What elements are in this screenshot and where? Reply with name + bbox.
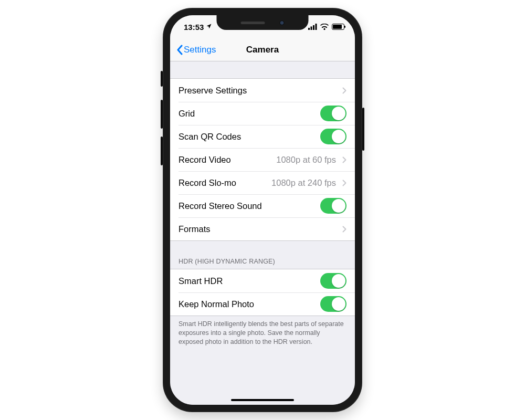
row-scan-qr-codes[interactable]: Scan QR Codes (170, 125, 355, 148)
row-label: Record Slo-mo (178, 178, 236, 188)
row-value: 1080p at 240 fps (271, 178, 339, 188)
toggle-smart-hdr[interactable] (320, 273, 346, 289)
row-record-slo-mo[interactable]: Record Slo-mo 1080p at 240 fps (170, 171, 355, 194)
row-label: Formats (178, 224, 211, 234)
svg-rect-1 (311, 27, 312, 30)
row-label: Record Video (178, 155, 231, 165)
row-grid[interactable]: Grid (170, 102, 355, 125)
row-record-video[interactable]: Record Video 1080p at 60 fps (170, 148, 355, 171)
row-record-stereo-sound[interactable]: Record Stereo Sound (170, 194, 355, 217)
chevron-right-icon (342, 180, 346, 186)
chevron-right-icon (342, 87, 346, 94)
svg-rect-2 (313, 25, 314, 30)
row-label: Keep Normal Photo (178, 299, 254, 309)
cellular-icon (308, 24, 317, 30)
row-value: 1080p at 60 fps (276, 155, 339, 165)
location-arrow-icon (206, 23, 212, 31)
settings-content[interactable]: Preserve Settings Grid Scan QR Codes (170, 61, 355, 405)
navigation-bar: Settings Camera (170, 38, 355, 61)
svg-rect-3 (316, 24, 317, 30)
row-label: Grid (178, 109, 195, 119)
row-label: Preserve Settings (178, 86, 247, 96)
page-title: Camera (246, 45, 279, 55)
chevron-right-icon (342, 156, 346, 163)
svg-rect-0 (308, 28, 310, 30)
row-keep-normal-photo[interactable]: Keep Normal Photo (170, 292, 355, 316)
back-button[interactable]: Settings (173, 38, 219, 61)
chevron-left-icon (176, 45, 183, 55)
toggle-record-stereo-sound[interactable] (320, 198, 346, 214)
row-label: Smart HDR (178, 276, 223, 286)
row-formats[interactable]: Formats (170, 217, 355, 240)
section-header-hdr: HDR (HIGH DYNAMIC RANGE) (170, 258, 355, 269)
toggle-grid[interactable] (320, 106, 346, 121)
row-smart-hdr[interactable]: Smart HDR (170, 269, 355, 292)
section-footer-hdr: Smart HDR intelligently blends the best … (170, 316, 355, 346)
row-label: Scan QR Codes (178, 132, 241, 142)
row-preserve-settings[interactable]: Preserve Settings (170, 79, 355, 102)
status-time: 13:53 (184, 23, 204, 32)
back-label: Settings (184, 45, 216, 55)
row-label: Record Stereo Sound (178, 201, 262, 211)
toggle-scan-qr-codes[interactable] (320, 129, 346, 144)
wifi-icon (320, 24, 329, 30)
home-indicator[interactable] (231, 399, 294, 401)
battery-icon (332, 24, 344, 30)
chevron-right-icon (342, 226, 346, 233)
toggle-keep-normal-photo[interactable] (320, 296, 346, 312)
